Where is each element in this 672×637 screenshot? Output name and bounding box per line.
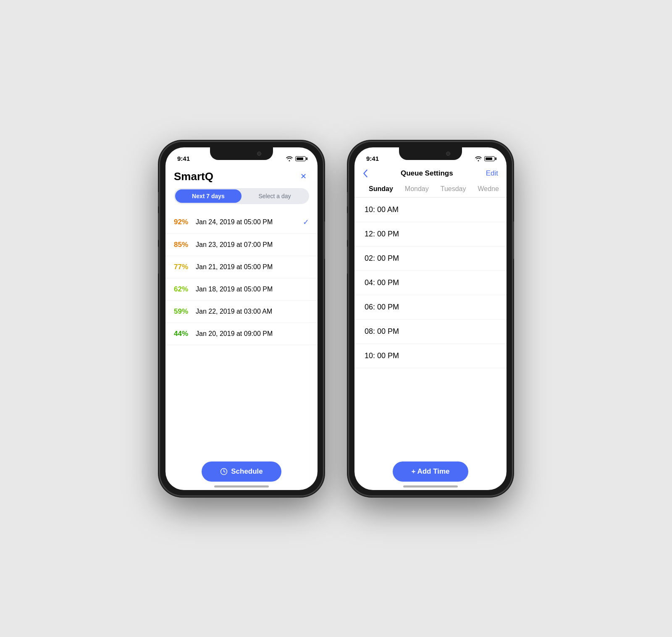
schedule-date: Jan 21, 2019 at 05:00 PM <box>196 263 309 271</box>
time-item[interactable]: 08: 00 PM <box>354 320 507 344</box>
battery-fill <box>297 157 303 160</box>
camera <box>257 152 261 156</box>
clock-icon <box>220 468 228 475</box>
schedule-item[interactable]: 92% Jan 24, 2019 at 05:00 PM ✓ <box>165 211 318 234</box>
mute-button[interactable] <box>158 192 160 207</box>
home-indicator-2 <box>403 485 458 488</box>
schedule-percent: 92% <box>174 218 196 226</box>
home-indicator <box>214 485 269 488</box>
time-item[interactable]: 10: 00 AM <box>354 198 507 222</box>
smartq-app: SmartQ ✕ Next 7 days Select a day 92% Ja… <box>165 166 318 490</box>
app-title: SmartQ <box>174 170 213 183</box>
add-time-label: + Add Time <box>411 467 449 476</box>
schedule-item[interactable]: 44% Jan 20, 2019 at 09:00 PM <box>165 323 318 345</box>
notch <box>210 147 273 160</box>
schedule-date: Jan 23, 2019 at 07:00 PM <box>196 241 309 249</box>
phone1: 9:41 SmartQ ✕ Next 7 days Select a d <box>160 142 323 496</box>
time-item[interactable]: 10: 00 PM <box>354 344 507 368</box>
schedule-date: Jan 18, 2019 at 05:00 PM <box>196 286 309 293</box>
volume-down-button-2[interactable] <box>347 246 349 274</box>
time-item[interactable]: 02: 00 PM <box>354 246 507 271</box>
schedule-percent: 62% <box>174 285 196 294</box>
day-tab-monday[interactable]: Monday <box>399 182 435 197</box>
schedule-item[interactable]: 62% Jan 18, 2019 at 05:00 PM <box>165 278 318 301</box>
phone1-screen: 9:41 SmartQ ✕ Next 7 days Select a d <box>165 147 318 490</box>
schedule-percent: 85% <box>174 241 196 249</box>
days-tabs: SundayMondayTuesdayWedne <box>354 182 507 198</box>
edit-button[interactable]: Edit <box>486 169 498 178</box>
power-button-2[interactable] <box>512 221 514 259</box>
status-time: 9:41 <box>177 155 190 162</box>
battery-icon-2 <box>484 156 495 161</box>
schedule-date: Jan 22, 2019 at 03:00 AM <box>196 308 309 315</box>
wifi-icon <box>286 156 293 161</box>
power-button[interactable] <box>323 221 325 259</box>
battery-icon <box>295 156 306 161</box>
schedule-button[interactable]: Schedule <box>202 461 281 482</box>
checkmark-icon: ✓ <box>303 218 309 227</box>
status-time-2: 9:41 <box>366 155 379 162</box>
volume-down-button[interactable] <box>158 246 160 274</box>
time-list: 10: 00 AM12: 00 PM02: 00 PM04: 00 PM06: … <box>354 198 507 453</box>
schedule-percent: 77% <box>174 263 196 271</box>
battery-fill-2 <box>486 157 492 160</box>
add-time-button[interactable]: + Add Time <box>393 461 468 482</box>
segment-control: Next 7 days Select a day <box>174 188 309 204</box>
schedule-percent: 44% <box>174 330 196 338</box>
queue-settings-app: Queue Settings Edit SundayMondayTuesdayW… <box>354 166 507 490</box>
time-item[interactable]: 04: 00 PM <box>354 271 507 295</box>
qs-nav: Queue Settings Edit <box>354 166 507 182</box>
schedule-date: Jan 20, 2019 at 09:00 PM <box>196 330 309 338</box>
day-tab-sunday[interactable]: Sunday <box>363 182 399 198</box>
qs-title: Queue Settings <box>401 169 453 178</box>
chevron-left-icon <box>363 169 368 178</box>
phone2: 9:41 Queue Settings <box>349 142 512 496</box>
schedule-btn-label: Schedule <box>231 467 263 476</box>
status-icons <box>286 156 306 161</box>
wifi-icon-2 <box>475 156 482 161</box>
back-button[interactable] <box>363 169 368 178</box>
phone2-screen: 9:41 Queue Settings <box>354 147 507 490</box>
camera-2 <box>446 152 450 156</box>
schedule-item[interactable]: 59% Jan 22, 2019 at 03:00 AM <box>165 301 318 323</box>
volume-up-button-2[interactable] <box>347 213 349 240</box>
segment-select-day[interactable]: Select a day <box>242 189 308 203</box>
add-time-wrapper: + Add Time <box>354 453 507 490</box>
smartq-header: SmartQ ✕ <box>165 166 318 188</box>
schedule-date: Jan 24, 2019 at 05:00 PM <box>196 218 303 226</box>
notch-2 <box>399 147 462 160</box>
status-icons-2 <box>475 156 495 161</box>
schedule-percent: 59% <box>174 307 196 316</box>
schedule-btn-wrapper: Schedule <box>165 453 318 490</box>
schedule-list: 92% Jan 24, 2019 at 05:00 PM ✓ 85% Jan 2… <box>165 211 318 453</box>
segment-next7days[interactable]: Next 7 days <box>175 189 242 203</box>
day-tab-wedne[interactable]: Wedne <box>472 182 505 197</box>
mute-button-2[interactable] <box>347 192 349 207</box>
volume-up-button[interactable] <box>158 213 160 240</box>
close-button[interactable]: ✕ <box>297 170 309 182</box>
time-item[interactable]: 12: 00 PM <box>354 222 507 246</box>
time-item[interactable]: 06: 00 PM <box>354 295 507 320</box>
day-tab-tuesday[interactable]: Tuesday <box>435 182 472 197</box>
schedule-item[interactable]: 85% Jan 23, 2019 at 07:00 PM <box>165 234 318 256</box>
schedule-item[interactable]: 77% Jan 21, 2019 at 05:00 PM <box>165 256 318 278</box>
